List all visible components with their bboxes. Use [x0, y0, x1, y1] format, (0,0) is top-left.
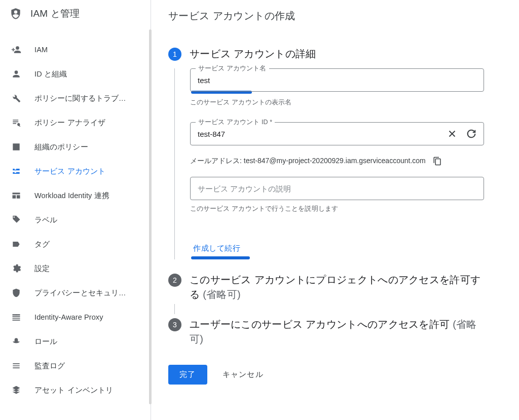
- product-title: IAM と管理: [30, 7, 80, 20]
- account-id-input-wrap[interactable]: サービス アカウント ID *: [190, 122, 484, 145]
- nav-label: Workload Identity 連携: [34, 191, 109, 201]
- nav-label: ID と組織: [34, 69, 67, 79]
- nav-item-policy-trouble[interactable]: ポリシーに関するトラブ…: [0, 86, 151, 110]
- nav-label: タグ: [34, 240, 50, 249]
- iap-icon: [10, 311, 22, 323]
- gear-icon: [10, 262, 22, 275]
- nav-item-iam[interactable]: IAM: [0, 37, 151, 62]
- sidebar-scrollbar[interactable]: [149, 29, 152, 404]
- add-person-icon: [10, 44, 22, 56]
- refresh-icon[interactable]: [465, 128, 477, 140]
- clear-icon[interactable]: [446, 128, 458, 140]
- main: サービス アカウントの作成 1 サービス アカウントの詳細 サービス アカウント…: [151, 0, 519, 420]
- nav-label: 組織のポリシー: [34, 142, 88, 152]
- nav-label: ラベル: [34, 215, 57, 225]
- copy-icon[interactable]: [433, 157, 442, 166]
- step-3-title: ユーザーにこのサービス アカウントへのアクセスを許可 (省略可): [190, 317, 484, 347]
- done-button[interactable]: 完了: [168, 365, 207, 385]
- account-desc-input[interactable]: [197, 184, 477, 194]
- nav-item-service-accounts[interactable]: サービス アカウント: [0, 159, 151, 183]
- iam-shield-icon: [9, 7, 22, 20]
- nav-item-identity-org[interactable]: ID と組織: [0, 62, 151, 86]
- email-row: メールアドレス: test-847@my-project-20200929.ia…: [190, 157, 519, 166]
- step-3-badge: 3: [168, 318, 181, 331]
- field-account-desc: このサービス アカウントで行うことを説明します: [190, 177, 519, 213]
- step-2-badge: 2: [168, 274, 181, 287]
- sidebar: IAM と管理 IAM ID と組織 ポリシーに関するトラブ…: [0, 0, 151, 420]
- nav-item-audit-logs[interactable]: 監査ログ: [0, 354, 151, 378]
- federation-icon: [10, 189, 22, 202]
- nav-item-privacy-security[interactable]: プライバシーとセキュリ…: [0, 281, 151, 305]
- nav-item-settings[interactable]: 設定: [0, 256, 151, 281]
- email-prefix: メールアドレス:: [190, 157, 244, 165]
- nav-label: 設定: [34, 264, 50, 274]
- step-2-header[interactable]: 2 このサービス アカウントにプロジェクトへのアクセスを許可する (省略可): [168, 273, 519, 302]
- create-continue-button[interactable]: 作成して続行: [191, 240, 243, 257]
- step-1-header: 1 サービス アカウントの詳細: [168, 47, 519, 61]
- field-account-id: サービス アカウント ID * メー: [190, 122, 519, 166]
- nav-label: Identity-Aware Proxy: [34, 313, 103, 321]
- account-name-input[interactable]: [197, 75, 477, 85]
- nav-item-roles[interactable]: ロール: [0, 329, 151, 354]
- nav-item-iap[interactable]: Identity-Aware Proxy: [0, 305, 151, 329]
- bookmark-tag-icon: [10, 238, 22, 250]
- account-name-input-wrap[interactable]: サービス アカウント名: [190, 68, 484, 92]
- nav-label: アセット インベントリ: [34, 386, 113, 395]
- account-id-label: サービス アカウント ID *: [196, 118, 275, 127]
- step-2-optional: (省略可): [203, 289, 241, 300]
- cancel-button[interactable]: キャンセル: [219, 369, 267, 380]
- step-3-header[interactable]: 3 ユーザーにこのサービス アカウントへのアクセスを許可 (省略可): [168, 317, 519, 347]
- shield-icon: [10, 287, 22, 299]
- page-title: サービス アカウントの作成: [151, 0, 519, 32]
- list-search-icon: [10, 117, 22, 129]
- step-connector: [174, 304, 519, 314]
- account-desc-helper: このサービス アカウントで行うことを説明します: [190, 204, 519, 213]
- step-3-title-text: ユーザーにこのサービス アカウントへのアクセスを許可: [190, 319, 453, 330]
- list-icon: [10, 360, 22, 372]
- account-name-label: サービス アカウント名: [196, 64, 269, 73]
- service-account-icon: [10, 165, 22, 177]
- person-icon: [10, 68, 22, 80]
- nav-label: ポリシーに関するトラブ…: [34, 94, 126, 103]
- account-name-helper: このサービス アカウントの表示名: [190, 98, 519, 107]
- tag-icon: [10, 214, 22, 226]
- nav-item-tags[interactable]: タグ: [0, 232, 151, 256]
- nav: IAM ID と組織 ポリシーに関するトラブ… ポリシー アナライザ: [0, 29, 151, 402]
- nav-label: IAM: [34, 46, 48, 54]
- product-title-row: IAM と管理: [0, 0, 151, 29]
- nav-item-org-policy[interactable]: 組織のポリシー: [0, 135, 151, 159]
- main-body: 1 サービス アカウントの詳細 サービス アカウント名 このサービス アカウント…: [151, 32, 519, 420]
- nav-item-policy-analyzer[interactable]: ポリシー アナライザ: [0, 110, 151, 135]
- inventory-icon: [10, 384, 22, 396]
- step-1-content: サービス アカウント名 このサービス アカウントの表示名 サービス アカウント …: [174, 68, 519, 259]
- nav-item-workload-identity[interactable]: Workload Identity 連携: [0, 183, 151, 208]
- nav-label: 監査ログ: [34, 361, 65, 371]
- document-icon: [10, 141, 22, 153]
- svg-point-0: [16, 314, 17, 315]
- nav-label: サービス アカウント: [34, 167, 105, 176]
- account-id-actions: [446, 128, 477, 140]
- field-account-name: サービス アカウント名 このサービス アカウントの表示名: [190, 68, 519, 107]
- nav-item-asset-inventory[interactable]: アセット インベントリ: [0, 378, 151, 402]
- account-desc-input-wrap[interactable]: [190, 177, 484, 200]
- nav-label: ロール: [34, 337, 57, 347]
- form-actions: 完了 キャンセル: [168, 365, 519, 385]
- step-1-title: サービス アカウントの詳細: [190, 47, 316, 61]
- create-continue-block: 作成して続行: [191, 240, 519, 259]
- nav-label: ポリシー アナライザ: [34, 118, 105, 128]
- wrench-icon: [10, 92, 22, 104]
- hat-icon: [10, 335, 22, 348]
- step-2-title: このサービス アカウントにプロジェクトへのアクセスを許可する (省略可): [190, 273, 484, 302]
- account-id-input[interactable]: [197, 129, 442, 139]
- nav-item-labels[interactable]: ラベル: [0, 208, 151, 232]
- step-1-badge: 1: [168, 48, 181, 61]
- nav-label: プライバシーとセキュリ…: [34, 288, 126, 298]
- email-value: test-847@my-project-20200929.iam.gservic…: [244, 157, 426, 165]
